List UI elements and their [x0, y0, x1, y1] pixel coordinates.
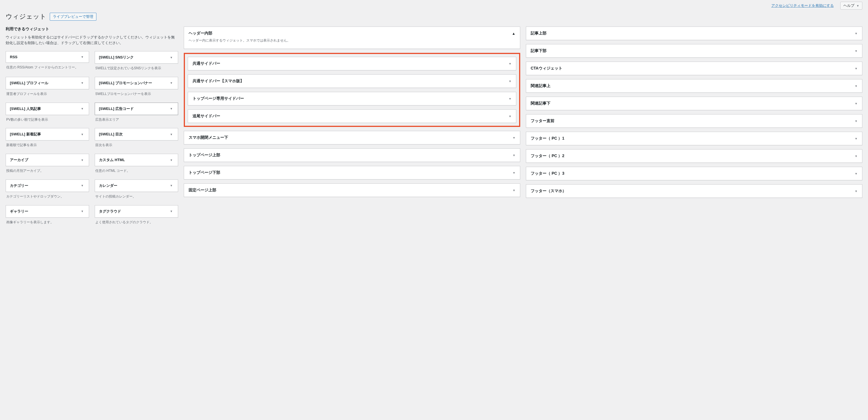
- help-label: ヘルプ: [843, 3, 855, 8]
- widget-handle[interactable]: カテゴリー▼: [6, 180, 89, 192]
- widget-name: [SWELL] 人気記事: [10, 106, 41, 111]
- widget-area-box[interactable]: フッター直前▼: [526, 114, 862, 128]
- chevron-down-icon[interactable]: ▼: [169, 107, 174, 110]
- available-widget: [SWELL] プロモーションバナー▼SWELLプロモーションバナーを表示: [95, 77, 178, 100]
- widget-area-box[interactable]: トップページ上部▼: [184, 149, 520, 162]
- chevron-down-icon[interactable]: ▼: [169, 56, 174, 59]
- chevron-down-icon[interactable]: ▼: [513, 171, 516, 174]
- chevron-down-icon[interactable]: ▼: [80, 159, 85, 162]
- widget-handle[interactable]: アーカイブ▼: [6, 154, 89, 166]
- widget-area-box[interactable]: フッター（ PC ）3▼: [526, 167, 862, 180]
- widget-area-box[interactable]: 固定ページ上部▼: [184, 184, 520, 197]
- widget-name: ギャラリー: [10, 209, 28, 214]
- chevron-down-icon[interactable]: ▼: [855, 50, 858, 53]
- chevron-down-icon[interactable]: ▼: [509, 62, 512, 65]
- widget-area-box[interactable]: 関連記事上▼: [526, 79, 862, 93]
- chevron-down-icon[interactable]: ▼: [80, 210, 85, 213]
- widget-area-title: 関連記事上: [531, 84, 551, 89]
- chevron-down-icon[interactable]: ▼: [855, 172, 858, 175]
- live-preview-button[interactable]: ライブプレビューで管理: [50, 13, 96, 21]
- widget-name: [SWELL] SNSリンク: [99, 55, 134, 60]
- widget-handle[interactable]: [SWELL] 広告コード▼: [95, 103, 178, 115]
- widget-area-title: スマホ開閉メニュー下: [189, 135, 228, 140]
- widget-area-box[interactable]: フッター（スマホ）▼: [526, 184, 862, 198]
- available-widget: カスタム HTML▼任意の HTML コード。: [95, 154, 178, 176]
- available-widgets-title: 利用できるウィジェット: [6, 27, 178, 32]
- chevron-down-icon[interactable]: ▼: [169, 133, 174, 136]
- widget-handle[interactable]: [SWELL] プロフィール▼: [6, 77, 89, 89]
- widget-area-title: CTAウィジェット: [531, 66, 562, 71]
- widget-handle[interactable]: [SWELL] SNSリンク▼: [95, 51, 178, 64]
- chevron-down-icon[interactable]: ▼: [855, 32, 858, 35]
- widget-area-title: 固定ページ上部: [189, 188, 216, 193]
- chevron-down-icon[interactable]: ▼: [855, 137, 858, 140]
- chevron-down-icon[interactable]: ▼: [169, 210, 174, 213]
- chevron-down-icon[interactable]: ▼: [169, 184, 174, 187]
- chevron-down-icon[interactable]: ▼: [169, 82, 174, 85]
- chevron-down-icon[interactable]: ▼: [855, 120, 858, 123]
- chevron-up-icon[interactable]: ▲: [512, 31, 516, 36]
- available-widget: カテゴリー▼カテゴリーリストやドロップダウン。: [6, 180, 89, 202]
- chevron-down-icon[interactable]: ▼: [855, 67, 858, 70]
- widget-area-box[interactable]: 記事上部▼: [526, 27, 862, 40]
- widget-area-box[interactable]: 共通サイドバー▼: [188, 57, 516, 70]
- widget-handle[interactable]: [SWELL] 人気記事▼: [6, 103, 89, 115]
- widget-desc: 広告表示エリア: [95, 115, 178, 126]
- widget-area-title: 関連記事下: [531, 101, 551, 106]
- widget-area-box[interactable]: トップページ下部▼: [184, 166, 520, 180]
- chevron-down-icon[interactable]: ▼: [513, 136, 516, 139]
- widget-area-box[interactable]: ヘッダー内部 ▲ ヘッダー内に表示するウィジェット。スマホでは表示されません。: [184, 27, 520, 49]
- accessibility-mode-link[interactable]: アクセシビリティモードを有効にする: [771, 3, 834, 8]
- chevron-down-icon[interactable]: ▼: [855, 102, 858, 105]
- help-button[interactable]: ヘルプ ▼: [840, 2, 862, 10]
- chevron-down-icon[interactable]: ▼: [509, 80, 512, 83]
- widget-area-box[interactable]: 共通サイドバー【スマホ版】▼: [188, 74, 516, 88]
- available-widget: [SWELL] SNSリンク▼SWELLで設定されているSNSリンクを表示: [95, 51, 178, 74]
- chevron-down-icon[interactable]: ▼: [80, 107, 85, 110]
- widget-area-title: 記事下部: [531, 48, 547, 54]
- chevron-down-icon[interactable]: ▼: [509, 115, 512, 118]
- widget-area-box[interactable]: CTAウィジェット▼: [526, 62, 862, 75]
- widget-desc: 画像ギャラリーを表示します。: [6, 218, 89, 228]
- widget-desc: よく使用されているタグのクラウド。: [95, 218, 178, 228]
- chevron-down-icon[interactable]: ▼: [513, 189, 516, 192]
- chevron-down-icon[interactable]: ▼: [509, 97, 512, 100]
- widget-handle[interactable]: カスタム HTML▼: [95, 154, 178, 166]
- widget-area-box[interactable]: フッター（ PC ）2▼: [526, 149, 862, 163]
- widget-name: RSS: [10, 55, 18, 59]
- widget-area-title: トップページ専用サイドバー: [192, 96, 244, 101]
- chevron-down-icon[interactable]: ▼: [855, 155, 858, 158]
- widget-area-box[interactable]: 関連記事下▼: [526, 97, 862, 110]
- widget-handle[interactable]: タグクラウド▼: [95, 205, 178, 218]
- widget-area-box[interactable]: 記事下部▼: [526, 44, 862, 58]
- chevron-down-icon[interactable]: ▼: [169, 159, 174, 162]
- widget-handle[interactable]: [SWELL] 新着記事▼: [6, 128, 89, 140]
- widget-area-title: 共通サイドバー: [192, 61, 220, 66]
- chevron-down-icon[interactable]: ▼: [513, 154, 516, 157]
- widget-area-box[interactable]: フッター（ PC ）1▼: [526, 132, 862, 145]
- widget-name: カテゴリー: [10, 183, 28, 188]
- widget-handle[interactable]: RSS▼: [6, 51, 89, 63]
- chevron-down-icon[interactable]: ▼: [80, 184, 85, 187]
- widget-area-box[interactable]: トップページ専用サイドバー▼: [188, 92, 516, 105]
- widget-handle[interactable]: ギャラリー▼: [6, 205, 89, 218]
- widget-name: [SWELL] プロフィール: [10, 80, 48, 86]
- widget-handle[interactable]: カレンダー▼: [95, 180, 178, 192]
- widget-desc: SWELLプロモーションバナーを表示: [95, 89, 178, 100]
- chevron-down-icon[interactable]: ▼: [855, 190, 858, 193]
- widget-area-box[interactable]: 追尾サイドバー▼: [188, 109, 516, 123]
- widget-handle[interactable]: [SWELL] プロモーションバナー▼: [95, 77, 178, 89]
- widget-area-title: フッター直前: [531, 119, 554, 124]
- chevron-down-icon[interactable]: ▼: [80, 55, 85, 59]
- widget-desc: 新着順で記事を表示: [6, 140, 89, 151]
- chevron-down-icon[interactable]: ▼: [855, 85, 858, 88]
- widget-handle[interactable]: [SWELL] 目次▼: [95, 128, 178, 140]
- page-title: ウィジェット: [6, 12, 46, 21]
- chevron-down-icon[interactable]: ▼: [80, 133, 85, 136]
- available-widgets-desc: ウィジェットを有効化するにはサイドバーにドラッグするかクリックしてください。ウィ…: [6, 34, 178, 45]
- available-widget: RSS▼任意の RSS/Atom フィードからのエントリー。: [6, 51, 89, 74]
- chevron-down-icon[interactable]: ▼: [80, 82, 85, 85]
- widget-area-box[interactable]: スマホ開閉メニュー下▼: [184, 131, 520, 144]
- widget-name: [SWELL] プロモーションバナー: [99, 80, 152, 86]
- widget-area-title: 記事上部: [531, 31, 547, 36]
